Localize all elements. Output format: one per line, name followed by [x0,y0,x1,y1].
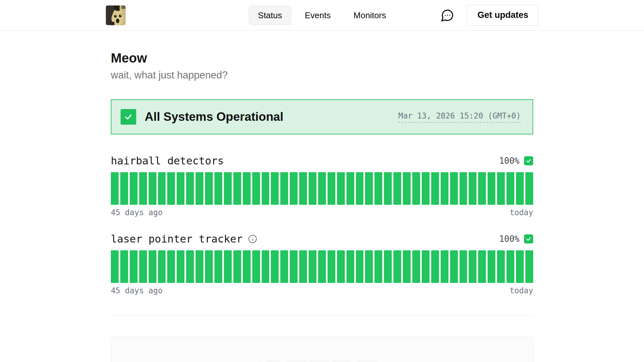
uptime-bar[interactable] [309,172,316,205]
uptime-bar[interactable] [488,172,495,205]
uptime-bar[interactable] [516,172,524,205]
uptime-bar[interactable] [299,172,307,205]
uptime-bar[interactable] [384,172,392,205]
uptime-bar[interactable] [196,172,203,205]
uptime-bar[interactable] [384,250,392,283]
uptime-bar[interactable] [365,250,373,283]
uptime-bar[interactable] [412,250,420,283]
uptime-bar[interactable] [374,250,382,283]
uptime-bar[interactable] [158,172,166,205]
uptime-bar[interactable] [111,172,119,205]
uptime-bar[interactable] [130,172,138,205]
uptime-bar[interactable] [177,172,184,205]
uptime-bar[interactable] [186,250,194,283]
uptime-bar[interactable] [422,250,430,283]
operational-status-badge [524,234,533,244]
uptime-bar[interactable] [337,172,345,205]
uptime-bar[interactable] [262,250,270,283]
uptime-bar[interactable] [525,250,533,283]
uptime-bar[interactable] [328,172,335,205]
uptime-bar[interactable] [450,172,458,205]
tab-monitors[interactable]: Monitors [344,6,395,25]
uptime-bar[interactable] [280,250,288,283]
tab-events[interactable]: Events [296,6,340,25]
uptime-bar[interactable] [356,172,364,205]
uptime-bar[interactable] [328,250,335,283]
uptime-bar[interactable] [130,250,138,283]
brand-logo[interactable] [106,5,126,25]
uptime-bar[interactable] [403,172,411,205]
uptime-bar[interactable] [506,172,514,205]
info-icon[interactable] [248,234,257,244]
uptime-bar[interactable] [139,250,147,283]
uptime-bar[interactable] [149,172,156,205]
uptime-bar[interactable] [252,250,260,283]
uptime-bar[interactable] [318,172,326,205]
uptime-bar[interactable] [224,172,232,205]
banner-timestamp[interactable]: Mar 13, 2026 15:20 (GMT+0) [398,111,521,123]
uptime-bar[interactable] [177,250,184,283]
uptime-bar[interactable] [441,172,448,205]
uptime-bar[interactable] [450,250,458,283]
uptime-bar[interactable] [346,250,354,283]
uptime-bar[interactable] [214,250,222,283]
uptime-bar[interactable] [478,172,486,205]
uptime-bar[interactable] [214,172,222,205]
uptime-bar[interactable] [224,250,232,283]
uptime-bar[interactable] [120,172,128,205]
uptime-bar[interactable] [158,250,166,283]
feedback-chat-button[interactable] [441,8,454,22]
uptime-bar[interactable] [431,172,439,205]
uptime-bar[interactable] [252,172,260,205]
uptime-bar[interactable] [243,250,251,283]
uptime-bar[interactable] [374,172,382,205]
uptime-bar[interactable] [516,250,524,283]
uptime-bar[interactable] [497,250,505,283]
uptime-bar[interactable] [299,250,307,283]
uptime-bar[interactable] [290,172,298,205]
uptime-bar[interactable] [460,250,467,283]
status-banner: All Systems Operational Mar 13, 2026 15:… [111,99,533,134]
uptime-bar[interactable] [422,172,430,205]
uptime-bar[interactable] [280,172,288,205]
uptime-bar[interactable] [441,250,448,283]
uptime-bar[interactable] [205,250,213,283]
uptime-bar[interactable] [460,172,467,205]
uptime-bar[interactable] [205,172,213,205]
uptime-bar[interactable] [356,250,364,283]
uptime-bar[interactable] [167,250,175,283]
uptime-bar[interactable] [431,250,439,283]
uptime-bar[interactable] [497,172,505,205]
uptime-bar[interactable] [271,250,279,283]
uptime-bar[interactable] [196,250,203,283]
uptime-bar[interactable] [233,250,241,283]
uptime-bar[interactable] [506,250,514,283]
uptime-bar[interactable] [186,172,194,205]
uptime-bar[interactable] [271,172,279,205]
uptime-bar[interactable] [488,250,495,283]
uptime-bar[interactable] [469,172,476,205]
uptime-bar[interactable] [469,250,476,283]
tab-status[interactable]: Status [249,6,291,25]
uptime-bar[interactable] [346,172,354,205]
uptime-bar[interactable] [318,250,326,283]
uptime-bar[interactable] [478,250,486,283]
uptime-bar[interactable] [139,172,147,205]
uptime-bar[interactable] [290,250,298,283]
uptime-bar[interactable] [233,172,241,205]
get-updates-button[interactable]: Get updates [467,5,538,26]
uptime-bar[interactable] [403,250,411,283]
uptime-bar[interactable] [393,250,401,283]
uptime-bar[interactable] [393,172,401,205]
uptime-bar[interactable] [149,250,156,283]
uptime-bar[interactable] [525,172,533,205]
uptime-bar[interactable] [243,172,251,205]
uptime-bar[interactable] [309,250,316,283]
uptime-bar[interactable] [337,250,345,283]
uptime-bar[interactable] [365,172,373,205]
uptime-bar[interactable] [120,250,128,283]
uptime-bar[interactable] [111,250,119,283]
uptime-bar[interactable] [167,172,175,205]
uptime-bar[interactable] [412,172,420,205]
uptime-bar[interactable] [262,172,270,205]
